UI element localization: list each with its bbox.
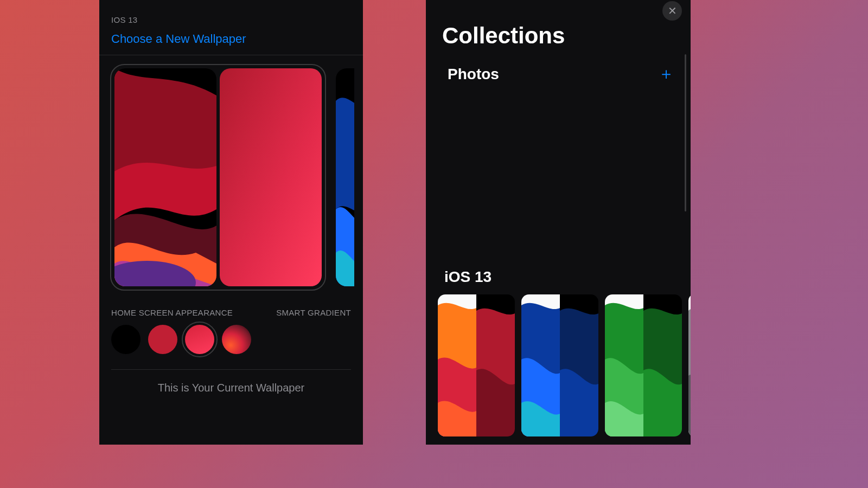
add-photos-button[interactable]: ＋ xyxy=(658,63,674,85)
swatch-pink[interactable] xyxy=(185,325,214,354)
close-button[interactable]: ✕ xyxy=(662,1,682,21)
next-wallpaper-peek[interactable] xyxy=(336,68,354,286)
appearance-label: HOME SCREEN APPEARANCE xyxy=(111,308,233,317)
choose-new-wallpaper-link[interactable]: Choose a New Wallpaper xyxy=(99,29,363,55)
lock-screen-preview xyxy=(114,68,216,286)
wallpaper-settings-panel: IOS 13 Choose a New Wallpaper HOME SCREE… xyxy=(99,0,363,445)
swatch-crimson[interactable] xyxy=(148,325,177,354)
current-wallpaper-note: This is Your Current Wallpaper xyxy=(111,370,351,406)
photos-row[interactable]: Photos ＋ xyxy=(426,59,691,89)
plus-icon: ＋ xyxy=(658,65,674,82)
collections-panel: ✕ Collections Photos ＋ iOS 13 xyxy=(426,0,691,445)
smart-gradient-label: SMART GRADIENT xyxy=(276,308,351,317)
home-screen-preview xyxy=(220,68,322,286)
wallpaper-thumb-red[interactable] xyxy=(438,294,515,436)
wallpaper-thumb-blue[interactable] xyxy=(521,294,598,436)
appearance-swatches xyxy=(111,325,351,370)
wallpaper-thumb-green[interactable] xyxy=(605,294,682,436)
close-icon: ✕ xyxy=(668,4,677,17)
swatch-dynamic[interactable] xyxy=(222,325,251,354)
wallpaper-thumb-grey-peek[interactable] xyxy=(688,294,691,436)
wallpaper-preview-area xyxy=(99,55,363,304)
home-screen-appearance-section: HOME SCREEN APPEARANCE SMART GRADIENT Th… xyxy=(99,304,363,406)
collections-title: Collections xyxy=(426,0,691,59)
swatch-black[interactable] xyxy=(111,325,141,354)
ios13-section-label: iOS 13 xyxy=(426,89,691,294)
svg-rect-2 xyxy=(220,68,322,286)
ios13-thumbnails xyxy=(426,294,691,436)
section-label-ios13: IOS 13 xyxy=(99,0,363,29)
photos-label: Photos xyxy=(448,66,499,83)
current-wallpaper-pair[interactable] xyxy=(110,64,326,291)
